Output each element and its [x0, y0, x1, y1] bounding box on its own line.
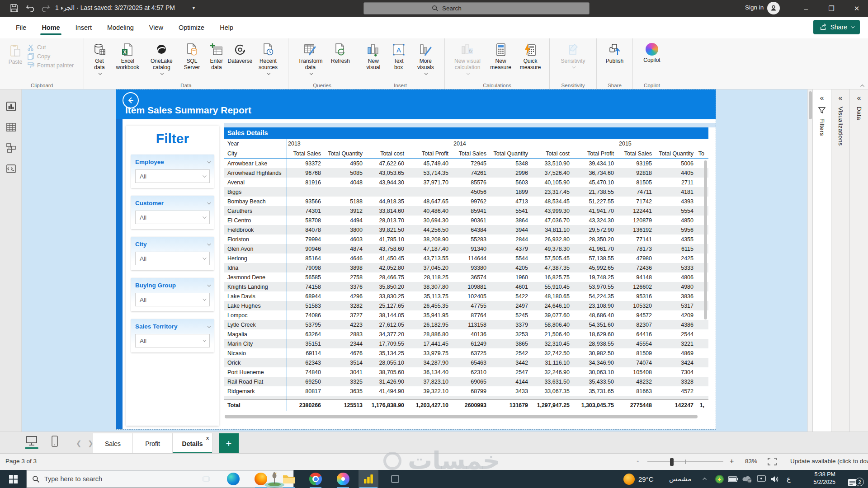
slicer-dropdown[interactable]: All [135, 252, 210, 265]
taskbar-firefox-app[interactable] [251, 470, 271, 488]
slicer-header[interactable]: Employee [135, 159, 210, 165]
table-row[interactable]: Magalia63264288334,377.2028,886.80401363… [224, 329, 708, 339]
menu-tab-optimize[interactable]: Optimize [171, 19, 212, 37]
table-row[interactable]: Lytle Creek53795422327,612.0526,182.9511… [224, 320, 708, 329]
menu-tab-view[interactable]: View [142, 19, 171, 37]
tray-overflow-chevron[interactable] [700, 470, 711, 488]
table-row[interactable]: Idria79098389842,052.8037,045.2093380420… [224, 263, 708, 272]
publish-button[interactable]: Publish [603, 41, 627, 66]
report-page[interactable]: Item Sales Summary Report Filter Employe… [116, 89, 716, 429]
refresh-button[interactable]: Refresh [329, 41, 352, 66]
share-button[interactable]: Share [813, 20, 860, 34]
canvas-scrollbar[interactable] [807, 89, 812, 432]
cut-button[interactable]: Cut [27, 44, 74, 51]
table-row[interactable]: Arrowhead Highlands96768508543,053.6553,… [224, 168, 708, 178]
sign-in-link[interactable]: Sign in [745, 4, 764, 11]
pane-data[interactable]: «Data [849, 89, 868, 432]
table-horizontal-scrollbar[interactable] [225, 415, 698, 418]
taskbar-powerbi-app[interactable] [359, 470, 378, 488]
pane-visualizations[interactable]: «Visualizations [831, 89, 849, 432]
table-row[interactable]: Lake Davis68944429633,830.2535,113.75102… [224, 291, 708, 301]
document-title[interactable]: الجزء 1 · Last saved: 3/27/2025 at 4:57 … [55, 4, 175, 11]
redo-icon[interactable] [41, 3, 51, 13]
expand-pane-icon[interactable]: « [839, 94, 843, 102]
table-row[interactable]: Herlong85164464641,450.4543,713.55114644… [224, 253, 708, 263]
ribbon-collapse-icon[interactable] [860, 84, 864, 88]
table-row[interactable]: Nicasio69114467635,134.2533,979.75637252… [224, 348, 708, 358]
taskbar-file-explorer-app[interactable] [279, 470, 299, 488]
global-search-box[interactable]: Search [363, 2, 590, 14]
close-button[interactable]: ✕ [846, 0, 867, 17]
page-tab-sales[interactable]: Sales [93, 433, 133, 454]
slicer-dropdown[interactable]: All [135, 211, 210, 224]
table-row[interactable]: Arrowbear Lake93372495047,622.6045,749.4… [224, 159, 708, 168]
copy-button[interactable]: Copy [27, 53, 74, 60]
expand-pane-icon[interactable]: « [820, 94, 824, 102]
maximize-button[interactable]: ❐ [821, 0, 842, 17]
dax-query-view-button[interactable] [0, 158, 22, 179]
zoom-out-button[interactable]: - [637, 457, 639, 465]
table-row[interactable]: Rail Road Flat69250332531,426.9037,823.1… [224, 377, 708, 386]
slicer-header[interactable]: Customer [135, 200, 210, 206]
report-view-button[interactable] [0, 96, 22, 117]
table-row[interactable]: Lompoc74086372738,144.0535,941.958776452… [224, 310, 708, 320]
tray-onedrive-icon[interactable] [741, 470, 754, 488]
tray-antivirus-icon[interactable] [713, 470, 725, 488]
slicer-header[interactable]: City [135, 241, 210, 248]
sales-details-table[interactable]: Sales Details Year201320142015CityTotal … [224, 123, 717, 420]
sql-server-button[interactable]: SQL Server [179, 41, 205, 72]
new-measure-button[interactable]: New measure [486, 41, 515, 72]
menu-tab-home[interactable]: Home [34, 19, 67, 37]
table-row[interactable]: Orick62343351428,055.1034,287.9065463344… [224, 358, 708, 367]
menu-tab-insert[interactable]: Insert [68, 19, 99, 37]
zoom-slider-thumb[interactable] [670, 458, 674, 466]
slicer-dropdown[interactable]: All [135, 334, 210, 347]
tray-battery-icon[interactable] [726, 470, 740, 488]
table-row[interactable]: Ridgemark80817363541,494.9039,322.106879… [224, 386, 708, 396]
expand-pane-icon[interactable]: « [857, 94, 861, 102]
table-row[interactable]: Knights Landing74158337635,850.2038,307.… [224, 282, 708, 291]
zoom-in-button[interactable]: + [730, 457, 734, 465]
table-row[interactable]: Glen Avon90946487443,758.6047,187.409134… [224, 244, 708, 253]
taskbar-browser-canary-app[interactable] [333, 470, 353, 488]
slicer-header[interactable]: Buying Group [135, 282, 210, 289]
page-tab-details[interactable]: Detailsx [173, 433, 212, 454]
slicer-dropdown[interactable]: All [135, 293, 210, 306]
update-available-link[interactable]: Update available (click to download) [790, 458, 868, 465]
account-avatar[interactable] [767, 2, 780, 14]
table-row[interactable]: Avenal81916404843,944.3037,971.708557656… [224, 178, 708, 187]
scrollbar-thumb[interactable] [704, 160, 707, 319]
temperature-label[interactable]: 29°C [638, 470, 654, 488]
minimize-button[interactable]: – [796, 0, 816, 17]
table-row[interactable]: Marin City35151234417,709.5517,441.45612… [224, 339, 708, 348]
close-page-icon[interactable]: x [206, 435, 209, 441]
onelake-catalog-button[interactable]: OneLake catalog [144, 41, 179, 77]
taskbar-edge-app[interactable] [223, 470, 243, 488]
get-data-button[interactable]: Get data [88, 41, 111, 77]
pane-filters[interactable]: «Filters [812, 89, 831, 432]
format-painter-button[interactable]: Format painter [27, 62, 74, 69]
new-visual-calculation-button[interactable]: fx New visual calculation [448, 41, 486, 77]
excel-workbook-button[interactable]: X Excel workbook [111, 41, 144, 72]
weather-condition-label[interactable]: مشمس [669, 470, 691, 488]
table-vertical-scrollbar[interactable] [704, 160, 707, 394]
fit-to-page-icon[interactable] [768, 458, 777, 465]
document-title-caret-icon[interactable]: ▼ [192, 6, 196, 10]
table-view-button[interactable] [0, 117, 22, 137]
enter-data-button[interactable]: Enter data [205, 41, 228, 72]
copilot-button[interactable]: Copilot [640, 41, 664, 65]
taskbar-window-app[interactable] [385, 470, 405, 488]
table-row[interactable]: El Centro58708449428,013.7030,694.309036… [224, 216, 708, 225]
weather-button[interactable] [622, 470, 636, 488]
table-row[interactable]: Lake Hughes51583328225,127.6526,455.3547… [224, 301, 708, 310]
transform-data-button[interactable]: Transform data [292, 41, 329, 77]
recent-sources-button[interactable]: Recent sources [252, 41, 284, 77]
tray-display-icon[interactable] [755, 470, 768, 488]
tray-volume-icon[interactable] [768, 470, 781, 488]
sensitivity-button[interactable]: Sensitivity [558, 41, 588, 70]
task-view-button[interactable] [196, 470, 216, 488]
slicer-header[interactable]: Sales Territory [135, 323, 210, 330]
scrollbar-thumb[interactable] [809, 91, 812, 119]
quick-measure-button[interactable]: Quick measure [515, 41, 546, 72]
table-row[interactable]: Port Hueneme74840304138,705.6036,134.406… [224, 367, 708, 377]
